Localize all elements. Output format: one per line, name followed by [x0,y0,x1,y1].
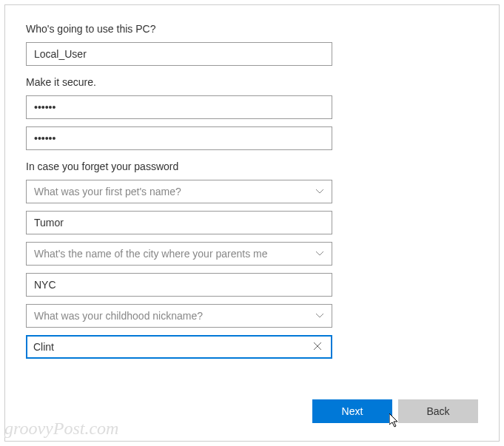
clear-icon[interactable] [310,341,325,353]
recovery-label: In case you forget your password [26,161,478,172]
button-row: Next Back [312,399,478,423]
next-button[interactable]: Next [312,399,392,423]
security-answer-1-input[interactable] [26,211,332,234]
security-answer-3-input[interactable] [33,341,310,353]
security-question-3-text: What was your childhood nickname? [34,310,309,322]
security-question-1-text: What was your first pet's name? [34,186,309,197]
setup-dialog: Who's going to use this PC? Make it secu… [4,4,500,442]
username-input[interactable] [26,42,332,66]
security-question-2-text: What's the name of the city where your p… [34,248,309,260]
username-label: Who's going to use this PC? [26,23,478,35]
security-question-3-select[interactable]: What was your childhood nickname? [26,304,332,328]
password-confirm-input[interactable] [26,126,332,150]
password-label: Make it secure. [26,76,478,88]
chevron-down-icon [315,313,324,319]
chevron-down-icon [315,189,324,195]
chevron-down-icon [315,251,324,257]
security-answer-3-wrap[interactable] [26,335,332,359]
security-question-2-select[interactable]: What's the name of the city where your p… [26,242,332,266]
password-input[interactable] [26,95,332,119]
back-button[interactable]: Back [398,399,478,423]
security-question-1-select[interactable]: What was your first pet's name? [26,180,332,203]
security-answer-2-input[interactable] [26,273,332,297]
